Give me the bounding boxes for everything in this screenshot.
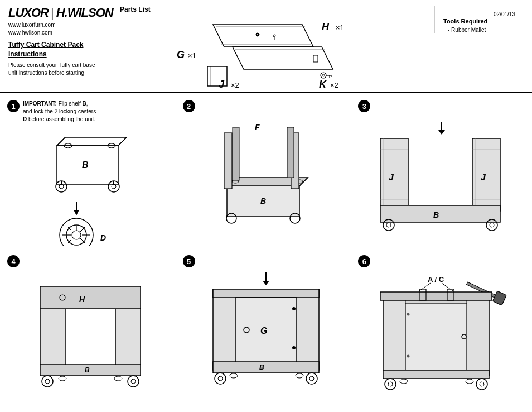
svg-text:B: B bbox=[433, 210, 439, 219]
step-number-6: 6 bbox=[358, 255, 370, 267]
svg-text:B: B bbox=[85, 366, 90, 374]
svg-line-116 bbox=[419, 283, 431, 291]
svg-rect-123 bbox=[380, 292, 492, 300]
step-1-image: B bbox=[7, 129, 174, 246]
step-number-2: 2 bbox=[183, 100, 195, 112]
step-5: 5 B G bbox=[178, 251, 354, 397]
step-5-image: B G bbox=[183, 270, 350, 392]
svg-text:J: J bbox=[389, 173, 394, 182]
date-text: 02/01/13 bbox=[494, 11, 515, 17]
svg-point-128 bbox=[407, 313, 409, 316]
svg-text:A / C: A / C bbox=[428, 275, 444, 284]
product-title: Tuffy Cart Cabinet Pack Instructions bbox=[8, 40, 109, 59]
parts-list-title: Parts List bbox=[120, 6, 151, 13]
svg-marker-40 bbox=[74, 210, 79, 215]
header-section: LUXOR | H.WILSON www.luxorfurn.com www.h… bbox=[0, 0, 532, 93]
svg-text:B: B bbox=[260, 197, 266, 205]
svg-text:B: B bbox=[259, 363, 264, 371]
svg-rect-130 bbox=[383, 370, 489, 379]
svg-text:K: K bbox=[319, 79, 327, 89]
logo-brands: LUXOR | H.WILSON bbox=[8, 6, 109, 20]
step-4: 4 H B bbox=[3, 251, 178, 397]
svg-point-7 bbox=[273, 35, 275, 37]
svg-rect-73 bbox=[472, 138, 500, 211]
svg-point-83 bbox=[490, 223, 494, 227]
svg-rect-121 bbox=[467, 295, 489, 376]
logo-hwilson: H.WILSON bbox=[56, 6, 113, 20]
step-1-svg: B bbox=[35, 129, 146, 246]
step-number-5: 5 bbox=[183, 255, 195, 267]
svg-point-131 bbox=[385, 379, 396, 390]
svg-point-82 bbox=[386, 223, 391, 227]
svg-rect-100 bbox=[297, 289, 319, 370]
svg-point-21 bbox=[321, 73, 326, 78]
svg-point-136 bbox=[466, 379, 473, 384]
step-6-svg: A / C bbox=[375, 270, 509, 392]
svg-text:×1: ×1 bbox=[188, 51, 196, 60]
svg-point-92 bbox=[128, 376, 139, 387]
tools-section: 02/01/13 Tools Required - Rubber Mallet bbox=[434, 6, 524, 33]
svg-point-114 bbox=[296, 373, 303, 378]
step-3-svg: J J B bbox=[375, 119, 509, 242]
svg-rect-63 bbox=[233, 127, 239, 180]
svg-point-91 bbox=[42, 376, 53, 387]
svg-point-6 bbox=[257, 34, 258, 35]
logo-divider: | bbox=[51, 6, 54, 20]
svg-point-93 bbox=[45, 379, 50, 384]
step-3-image: J J B bbox=[358, 114, 525, 246]
tools-item-rubber-mallet: - Rubber Mallet bbox=[443, 27, 524, 33]
svg-point-132 bbox=[476, 379, 487, 390]
svg-text:G: G bbox=[177, 49, 185, 60]
svg-rect-68 bbox=[380, 138, 408, 211]
step-number-4: 4 bbox=[7, 255, 20, 267]
svg-text:B: B bbox=[82, 160, 89, 170]
svg-text:×2: ×2 bbox=[231, 81, 239, 89]
svg-rect-61 bbox=[224, 133, 232, 189]
logo-urls: www.luxorfurn.com www.hwilson.com bbox=[8, 21, 109, 37]
svg-point-94 bbox=[131, 379, 136, 384]
svg-rect-64 bbox=[287, 127, 294, 178]
product-description: Please consult your Tuffy cart base unit… bbox=[8, 61, 103, 77]
step-5-svg: B G bbox=[205, 270, 327, 392]
svg-rect-78 bbox=[380, 205, 500, 222]
svg-rect-99 bbox=[213, 289, 235, 370]
svg-rect-120 bbox=[383, 295, 405, 376]
svg-point-111 bbox=[218, 376, 223, 381]
svg-line-29 bbox=[57, 137, 65, 146]
instructions-grid: 1 IMPORTANT: Flip shelf B, and lock the … bbox=[0, 93, 532, 366]
svg-marker-67 bbox=[438, 130, 445, 135]
svg-point-41 bbox=[60, 218, 93, 246]
tools-title: Tools Required bbox=[443, 18, 524, 25]
url1: www.luxorfurn.com bbox=[8, 21, 109, 29]
svg-point-96 bbox=[114, 376, 122, 381]
step-4-svg: H B bbox=[32, 270, 149, 392]
svg-text:J: J bbox=[219, 79, 225, 89]
svg-point-129 bbox=[407, 355, 409, 358]
parts-diagram-svg: G ×1 H ×1 bbox=[171, 16, 383, 89]
svg-marker-27 bbox=[57, 137, 127, 146]
svg-text:×1: ×1 bbox=[336, 23, 344, 32]
url2: www.hwilson.com bbox=[8, 29, 109, 37]
logo-section: LUXOR | H.WILSON www.luxorfurn.com www.h… bbox=[8, 6, 109, 77]
svg-text:×2: ×2 bbox=[330, 81, 338, 89]
svg-rect-101 bbox=[213, 289, 319, 298]
svg-point-110 bbox=[306, 373, 317, 384]
logo-luxor: LUXOR bbox=[8, 6, 49, 20]
step-2-svg: B F bbox=[205, 119, 327, 242]
svg-rect-86 bbox=[40, 286, 141, 309]
svg-line-49 bbox=[68, 238, 72, 243]
svg-point-95 bbox=[59, 376, 66, 381]
svg-text:H: H bbox=[79, 295, 85, 304]
svg-text:G: G bbox=[260, 326, 267, 336]
step-3: 3 J bbox=[354, 95, 529, 251]
step-2-image: B F bbox=[183, 114, 350, 246]
svg-point-135 bbox=[400, 379, 408, 384]
svg-rect-119 bbox=[492, 291, 506, 305]
step-4-image: H B bbox=[7, 270, 174, 392]
step-2: 2 B bbox=[178, 95, 354, 251]
svg-rect-102 bbox=[213, 362, 319, 373]
svg-line-48 bbox=[80, 227, 85, 232]
svg-text:F: F bbox=[255, 123, 260, 132]
step-1: 1 IMPORTANT: Flip shelf B, and lock the … bbox=[3, 95, 178, 251]
svg-point-112 bbox=[309, 376, 314, 381]
